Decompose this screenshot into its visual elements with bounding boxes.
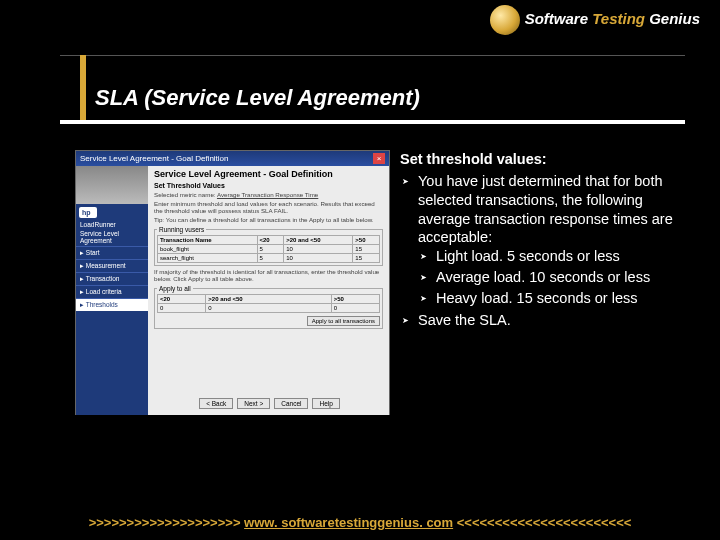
apply-group: Apply to all <20 >20 and <50 >50 0 0 0 A… (154, 285, 383, 329)
sidebar-item-label: Transaction (86, 275, 120, 282)
footer-link[interactable]: www. softwaretestinggenius. com (244, 515, 453, 530)
table-header-row: Transaction Name <20 >20 and <50 >50 (158, 236, 380, 245)
next-button[interactable]: Next > (237, 398, 270, 409)
back-button[interactable]: < Back (199, 398, 233, 409)
sub-bullet-item: Light load. 5 seconds or less (436, 247, 690, 266)
sidebar-item-transaction[interactable]: ▸ Transaction (76, 272, 148, 285)
brand-word-3: Genius (649, 10, 700, 27)
th: >50 (331, 295, 379, 304)
close-icon[interactable]: × (373, 153, 385, 164)
dialog-sidebar: hp LoadRunner Service Level Agreement ▸ … (76, 166, 148, 415)
cell[interactable]: 10 (284, 245, 353, 254)
thresholds-group-legend: Running vusers (157, 226, 206, 233)
brand-word-1: Software (525, 10, 588, 27)
cell[interactable]: 0 (331, 304, 379, 313)
th: >20 and <50 (284, 236, 353, 245)
thresholds-group: Running vusers Transaction Name <20 >20 … (154, 226, 383, 266)
th: >50 (353, 236, 380, 245)
cell[interactable]: 15 (353, 245, 380, 254)
dialog-title-text: Service Level Agreement - Goal Definitio… (80, 154, 229, 163)
th: Transaction Name (158, 236, 258, 245)
sidebar-item-label: Measurement (86, 262, 126, 269)
bullet-item: Save the SLA. (418, 311, 690, 330)
cell[interactable]: 15 (353, 254, 380, 263)
sidebar-item-label: Start (86, 249, 100, 256)
goal-label: Selected metric name: (154, 191, 216, 198)
sidebar-item-thresholds[interactable]: ▸ Thresholds (76, 298, 148, 311)
th: <20 (158, 295, 206, 304)
bullet-item: You have just determined that for both s… (418, 172, 690, 308)
apply-all-button[interactable]: Apply to all transactions (307, 316, 380, 326)
table-row: book_flight 5 10 15 (158, 245, 380, 254)
sla-dialog: Service Level Agreement - Goal Definitio… (75, 150, 390, 415)
content-area: Set threshold values: You have just dete… (400, 150, 690, 333)
content-lead: Set threshold values: (400, 150, 690, 169)
accent-tab (80, 55, 86, 123)
brand-logo: Software Testing Genius (525, 10, 700, 27)
dialog-main: Service Level Agreement - Goal Definitio… (148, 166, 389, 415)
dialog-desc1: Enter minimum threshold and load values … (154, 200, 383, 214)
thin-rule (60, 55, 685, 56)
logo-orb (490, 5, 520, 35)
cell[interactable]: 5 (257, 245, 284, 254)
goal-value: Average Transaction Response Time (217, 191, 318, 198)
th: >20 and <50 (206, 295, 331, 304)
sidebar-banner (76, 166, 148, 204)
table-header-row: <20 >20 and <50 >50 (158, 295, 380, 304)
sidebar-item-label: Thresholds (86, 301, 118, 308)
sidebar-item-loadcriteria[interactable]: ▸ Load criteria (76, 285, 148, 298)
dialog-button-row: < Back Next > Cancel Help (156, 398, 383, 409)
dialog-subheading: Set Threshold Values (154, 182, 383, 189)
table-row: 0 0 0 (158, 304, 380, 313)
sidebar-item-label: Load criteria (86, 288, 122, 295)
sidebar-title: Service Level Agreement (80, 230, 144, 244)
thresholds-table: Transaction Name <20 >20 and <50 >50 boo… (157, 235, 380, 263)
cell: search_flight (158, 254, 258, 263)
sidebar-brand: LoadRunner (80, 221, 144, 228)
apply-group-legend: Apply to all (157, 285, 193, 292)
cell[interactable]: 0 (158, 304, 206, 313)
dialog-desc2: Tip: You can define a threshold for all … (154, 216, 383, 223)
hp-logo: hp (79, 207, 97, 218)
dialog-desc3: If majority of the threshold is identica… (154, 268, 383, 282)
cancel-button[interactable]: Cancel (274, 398, 308, 409)
th: <20 (257, 236, 284, 245)
cell: book_flight (158, 245, 258, 254)
title-rule (60, 120, 685, 124)
apply-table: <20 >20 and <50 >50 0 0 0 (157, 294, 380, 313)
goal-row: Selected metric name: Average Transactio… (154, 191, 383, 198)
footer-left: >>>>>>>>>>>>>>>>>>>> (89, 515, 241, 530)
footer: >>>>>>>>>>>>>>>>>>>> www. softwaretestin… (0, 515, 720, 530)
sub-bullet-item: Average load. 10 seconds or less (436, 268, 690, 287)
footer-right: <<<<<<<<<<<<<<<<<<<<<<< (457, 515, 632, 530)
cell[interactable]: 5 (257, 254, 284, 263)
dialog-heading: Service Level Agreement - Goal Definitio… (154, 169, 383, 179)
dialog-titlebar: Service Level Agreement - Goal Definitio… (76, 151, 389, 166)
brand-word-2: Testing (592, 10, 645, 27)
sidebar-item-measurement[interactable]: ▸ Measurement (76, 259, 148, 272)
bullet-text: You have just determined that for both s… (418, 173, 673, 246)
cell[interactable]: 0 (206, 304, 331, 313)
sidebar-item-start[interactable]: ▸ Start (76, 246, 148, 259)
slide-title: SLA (Service Level Agreement) (95, 85, 420, 111)
table-row: search_flight 5 10 15 (158, 254, 380, 263)
sub-bullet-item: Heavy load. 15 seconds or less (436, 289, 690, 308)
help-button[interactable]: Help (312, 398, 339, 409)
cell[interactable]: 10 (284, 254, 353, 263)
